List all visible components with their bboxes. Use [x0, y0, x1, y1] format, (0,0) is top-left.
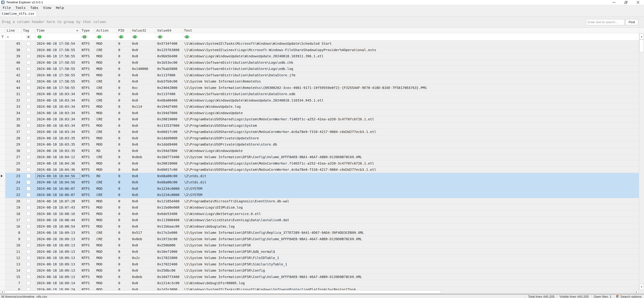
cell-line[interactable]: 36 — [5, 123, 22, 129]
cell-value32[interactable]: 0x0 — [131, 186, 156, 192]
cell-text[interactable]: \1\System Volume Information\DFSR\$db_no… — [183, 249, 639, 255]
cell-line[interactable]: 19 — [5, 204, 22, 211]
cell-time[interactable]: 2024-08-18 18:08:54 — [35, 223, 80, 230]
cell-action[interactable]: MOD — [95, 255, 117, 261]
cell-action[interactable]: MOD — [95, 186, 117, 192]
cell-type[interactable]: NTFS — [80, 135, 95, 141]
table-row[interactable]: 202024-08-18 18:07:28NTFSMOD00x00x12185d… — [0, 198, 644, 205]
table-row[interactable]: 112024-08-18 18:09:13NTFSMOD00x00x10ef10… — [0, 249, 644, 255]
cell-action[interactable]: MOD — [95, 110, 117, 116]
cell-time[interactable]: 2024-08-18 18:09:13 — [35, 261, 80, 267]
cell-value32[interactable]: 0x8eb — [131, 154, 156, 160]
cell-time[interactable]: 2024-08-18 18:03:35 — [35, 135, 80, 141]
cell-text[interactable]: \2\ProgramData\USOShared\Logs\System — [183, 123, 639, 129]
menu-help[interactable]: Help — [54, 5, 66, 11]
cell-pid[interactable]: 0 — [117, 198, 131, 204]
cell-pid[interactable]: 0 — [117, 141, 131, 148]
cell-tag[interactable] — [22, 116, 35, 122]
cell-pid[interactable]: 0 — [117, 154, 131, 160]
cell-tag[interactable] — [22, 286, 35, 290]
cell-type[interactable]: NTFS — [80, 280, 95, 286]
cell-value64[interactable]: 0x1ddd9400 — [156, 141, 183, 148]
tag-checkbox[interactable] — [26, 268, 30, 272]
cell-line[interactable]: 28 — [5, 135, 22, 141]
cell-type[interactable]: NTFS — [80, 198, 95, 204]
cell-type[interactable]: NTFS — [80, 72, 95, 78]
cell-tag[interactable] — [22, 179, 35, 185]
cell-text[interactable]: \2\ProgramData\USOShared\Logs\System\MoU… — [183, 116, 639, 122]
cell-line[interactable]: 6 — [5, 286, 22, 290]
cell-tag[interactable] — [22, 280, 35, 286]
cell-pid[interactable]: 0 — [117, 186, 131, 192]
cell-tag[interactable] — [22, 148, 35, 154]
table-row[interactable]: 232024-08-18 18:04:56NTFSRD00x00x68a00c0… — [0, 173, 644, 179]
cell-time[interactable]: 2024-08-18 18:03:34 — [35, 123, 80, 129]
cell-text[interactable]: \1\Windows\System32\Tasks\Microsoft\Wind… — [183, 286, 639, 290]
cell-type[interactable]: NTFS — [80, 110, 95, 116]
tag-checkbox[interactable] — [26, 155, 30, 159]
tag-checkbox[interactable] — [26, 199, 30, 203]
cell-time[interactable]: 2024-08-18 18:03:34 — [35, 116, 80, 122]
table-row[interactable]: 252024-08-18 18:04:36NTFSMOD00x00x208190… — [0, 160, 644, 167]
cell-tag[interactable] — [22, 217, 35, 223]
cell-time[interactable]: 2024-08-18 18:09:13 — [35, 255, 80, 261]
cell-pid[interactable]: 0 — [117, 110, 131, 116]
cell-action[interactable]: MOD — [95, 223, 117, 230]
cell-value64[interactable]: 0x10d773400 — [156, 274, 183, 280]
filter-cell-text[interactable]: ABC — [183, 33, 639, 40]
cell-pid[interactable]: 0 — [117, 41, 131, 47]
restore-button[interactable] — [620, 0, 632, 5]
table-row[interactable]: 332024-08-18 18:03:34NTFSMOD00x1140x194d… — [0, 104, 644, 110]
cell-time[interactable]: 2024-08-18 18:04:36 — [35, 167, 80, 173]
cell-time[interactable]: 2024-08-18 17:58:55 — [35, 53, 80, 59]
cell-type[interactable]: NTFS — [80, 211, 95, 217]
cell-line[interactable]: 10 — [5, 242, 22, 248]
cell-action[interactable]: CRE — [95, 236, 117, 242]
table-row[interactable]: 272024-08-18 18:04:12NTFSCRE00x8eb0x10d7… — [0, 154, 644, 160]
cell-text[interactable]: \2\ProgramData\USOShared\Logs\System\MoU… — [183, 129, 639, 135]
cell-line[interactable]: 30 — [5, 148, 22, 154]
tag-checkbox[interactable] — [26, 130, 30, 134]
cell-text[interactable]: \1\Windows\SoftwareDistribution\DataStor… — [183, 91, 639, 97]
table-row[interactable]: 282024-08-18 18:03:35NTFSMOD00x00x1ddd90… — [0, 135, 644, 142]
cell-text[interactable]: \1\Windows\ServiceState\EventLog\Data\la… — [183, 217, 639, 223]
cell-text[interactable]: \1\Windows\Logs\DISM\dism.log — [183, 204, 639, 211]
cell-value32[interactable]: 0x8eb — [131, 236, 156, 242]
tag-checkbox[interactable] — [26, 281, 30, 285]
cell-tag[interactable] — [22, 85, 35, 91]
cell-value32[interactable]: 0x0 — [131, 217, 156, 223]
cell-value64[interactable]: 0x5734f400 — [156, 41, 183, 47]
cell-action[interactable]: MOD — [95, 217, 117, 223]
table-row[interactable]: 72024-08-18 18:09:14NTFSMOD00x00x1214c3c… — [0, 280, 644, 286]
cell-type[interactable]: NTFS — [80, 129, 95, 135]
cell-time[interactable]: 2024-08-18 18:03:34 — [35, 110, 80, 116]
cell-tag[interactable] — [22, 104, 35, 110]
cell-time[interactable]: 2024-08-18 17:58:55 — [35, 72, 80, 78]
cell-pid[interactable]: 0 — [117, 173, 131, 179]
cell-time[interactable]: 2024-08-18 17:58:55 — [35, 60, 80, 66]
cell-tag[interactable] — [22, 41, 35, 47]
cell-line[interactable]: 12 — [5, 255, 22, 261]
cell-action[interactable]: MOD — [95, 267, 117, 274]
cell-line[interactable]: 17 — [5, 217, 22, 223]
cell-pid[interactable]: 0 — [117, 274, 131, 280]
cell-pid[interactable]: 0 — [117, 116, 131, 122]
cell-type[interactable]: NTFS — [80, 255, 95, 261]
cell-value64[interactable]: 0x12185d400 — [156, 198, 183, 204]
table-row[interactable]: 422024-08-18 17:58:55NTFSMOD00x00x113f00… — [0, 72, 644, 79]
cell-value64[interactable]: 0x17022000 — [156, 255, 183, 261]
filter-cell-type[interactable]: ABC — [80, 33, 95, 40]
cell-time[interactable]: 2024-08-18 18:03:35 — [35, 148, 80, 154]
cell-value32[interactable]: 0x140000 — [131, 66, 156, 72]
tag-checkbox[interactable] — [26, 61, 30, 64]
cell-time[interactable]: 2024-08-18 18:08:44 — [35, 217, 80, 223]
cell-value32[interactable]: 0x0 — [131, 72, 156, 78]
tag-checkbox[interactable] — [26, 243, 30, 247]
cell-value32[interactable]: 0x0 — [131, 167, 156, 173]
cell-type[interactable]: NTFS — [80, 97, 95, 104]
cell-time[interactable]: 2024-08-18 18:09:13 — [35, 274, 80, 280]
cell-action[interactable]: CRE — [95, 230, 117, 236]
tag-filter-checkbox[interactable] — [26, 35, 30, 39]
cell-type[interactable]: NTFS — [80, 173, 95, 179]
cell-action[interactable]: CRE — [95, 129, 117, 135]
